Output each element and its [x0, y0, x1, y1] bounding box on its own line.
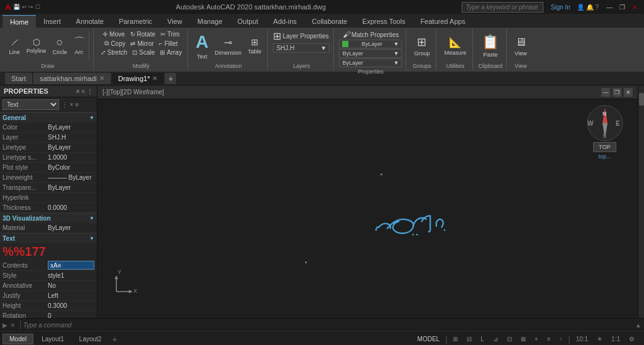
layers-label: Layers: [293, 62, 310, 69]
draw-buttons: ⟋ Line ⬡ Polyline ○ Circle ⌒ Arc: [6, 30, 89, 62]
sign-in-button[interactable]: Sign In: [551, 4, 570, 11]
general-section[interactable]: General ▼: [0, 112, 97, 123]
dimension-button[interactable]: ⊸ Dimension: [212, 35, 244, 57]
tp-btn[interactable]: ↑: [557, 334, 566, 344]
tab-insert[interactable]: Insert: [36, 15, 69, 28]
compass-top-button[interactable]: TOP: [593, 142, 616, 152]
restore-button[interactable]: ❐: [618, 3, 626, 11]
contents-value-box[interactable]: xA≡: [48, 261, 94, 270]
fillet-button[interactable]: ⌐ Fillet: [157, 39, 180, 48]
svg-text:Y: Y: [118, 269, 121, 275]
prop-type-icons[interactable]: ⋮ × ≡: [62, 101, 79, 108]
close-button[interactable]: ✕: [630, 3, 639, 11]
polyline-button[interactable]: ⬡ Polyline: [24, 36, 49, 55]
3d-viz-section[interactable]: 3D Visualization ▼: [0, 213, 97, 223]
close-sattarkhan[interactable]: ✕: [99, 75, 104, 82]
measure-icon: 📐: [449, 36, 462, 48]
tab-addins[interactable]: Add-ins: [266, 15, 304, 28]
ribbon-tabs: Home Insert Annotate Parametric View Man…: [0, 14, 644, 28]
canvas-restore[interactable]: ❐: [613, 88, 621, 97]
text-button[interactable]: A Text: [193, 31, 211, 61]
scrollbar-thumb[interactable]: [639, 93, 644, 106]
isolate-btn[interactable]: ☀: [594, 334, 606, 344]
canvas-close[interactable]: ✕: [624, 88, 633, 97]
svg-marker-8: [129, 290, 132, 293]
doc-tab-drawing1[interactable]: Drawing1* ✕: [112, 73, 164, 84]
array-button[interactable]: ⊞ Array: [158, 48, 184, 57]
layout-tab-layout1[interactable]: Layout1: [35, 334, 71, 344]
model-status[interactable]: MODEL: [414, 334, 443, 344]
doc-tab-start[interactable]: Start: [5, 73, 32, 84]
grid-btn[interactable]: ⊞: [450, 334, 461, 344]
arc-button[interactable]: ⌒ Arc: [71, 35, 87, 57]
rotate-button[interactable]: ↻ Rotate: [128, 30, 157, 38]
measure-button[interactable]: 📐 Measure: [441, 35, 469, 57]
scale-button[interactable]: ⊡ Scale: [130, 48, 157, 57]
text-section[interactable]: Text ▼: [0, 233, 97, 243]
close-drawing1[interactable]: ✕: [152, 75, 157, 82]
itrack-btn[interactable]: ⊠: [518, 334, 529, 344]
group-button[interactable]: ⊞ Group: [411, 34, 432, 58]
tab-output[interactable]: Output: [230, 15, 266, 28]
tab-manage[interactable]: Manage: [190, 15, 230, 28]
groups-label: Groups: [413, 62, 431, 69]
tab-annotate[interactable]: Annotate: [69, 15, 111, 28]
layout-tab-model[interactable]: Model: [3, 334, 33, 344]
clipboard-label: Clipboard: [478, 62, 502, 69]
tab-parametric[interactable]: Parametric: [111, 15, 160, 28]
zoom-level[interactable]: 10:1: [573, 334, 591, 344]
canvas-minimize[interactable]: —: [601, 88, 610, 97]
prop-contents[interactable]: Contents xA≡: [0, 260, 97, 271]
prop-rotation: Rotation 0: [0, 311, 97, 318]
dyn-btn[interactable]: +: [531, 334, 541, 344]
tab-featured-apps[interactable]: Featured Apps: [413, 15, 473, 28]
doc-tab-sattarkhan[interactable]: sattarkhan.mirhadi ✕: [33, 73, 111, 84]
stretch-button[interactable]: ⤢ Stretch: [99, 48, 130, 57]
text-chevron: ▼: [89, 236, 94, 241]
mirror-button[interactable]: ⇌ Mirror: [128, 39, 155, 48]
trim-button[interactable]: ✂ Trim: [158, 30, 182, 38]
doc-tabs: Start sattarkhan.mirhadi ✕ Drawing1* ✕ +: [0, 72, 644, 85]
tab-home[interactable]: Home: [3, 15, 36, 28]
tab-view[interactable]: View: [160, 15, 190, 28]
copy-button[interactable]: ⧉ Copy: [103, 39, 127, 48]
title-right[interactable]: Sign In 👤 🔔 ? — ❐ ✕: [462, 2, 639, 13]
add-layout-button[interactable]: +: [109, 334, 119, 344]
right-scrollbar[interactable]: [638, 85, 644, 318]
polar-btn[interactable]: ⊿: [490, 334, 501, 344]
add-drawing-button[interactable]: +: [165, 73, 176, 84]
isnap-btn[interactable]: ⊡: [504, 334, 515, 344]
line-button[interactable]: ⟋ Line: [6, 35, 23, 57]
lineweight-dropdown[interactable]: ByLayer ▼: [339, 58, 402, 67]
circle-button[interactable]: ○ Circle: [50, 35, 70, 57]
match-props-button[interactable]: Match Properties: [352, 31, 399, 38]
layout-tab-layout2[interactable]: Layout2: [72, 334, 109, 344]
layer-dropdown[interactable]: SHJ.H ▼: [273, 43, 330, 53]
compass-top-link[interactable]: top...: [598, 153, 611, 160]
modify-buttons: ✛ Move ↻ Rotate ✂ Trim ⧉ Copy ⇌ Mirror ⌐…: [99, 30, 184, 62]
annotation-scale[interactable]: 1:1: [608, 334, 623, 344]
workspace[interactable]: ⚙: [626, 334, 638, 344]
table-button[interactable]: ⊞ Table: [245, 36, 264, 56]
color-dropdown[interactable]: ByLayer ▼: [339, 40, 402, 48]
prop-type-select[interactable]: Text: [3, 99, 59, 110]
svg-text:S: S: [602, 133, 606, 139]
ortho-btn[interactable]: L: [477, 334, 487, 344]
tab-express-tools[interactable]: Express Tools: [355, 15, 413, 28]
tab-collaborate[interactable]: Collaborate: [304, 15, 355, 28]
svg-point-1: [412, 234, 414, 236]
minimize-button[interactable]: —: [605, 3, 614, 11]
utilities-group: 📐 Measure Utilities: [438, 29, 473, 70]
linetype-dropdown[interactable]: ByLayer ▼: [339, 49, 402, 58]
view-button[interactable]: 🖥 View: [512, 35, 529, 58]
snap-btn[interactable]: ⊟: [464, 334, 475, 344]
command-input[interactable]: [23, 322, 635, 329]
title-text: Autodesk AutoCAD 2020 sattarkhan.mirhadi…: [40, 3, 462, 11]
paste-button[interactable]: 📋 Paste: [479, 33, 501, 59]
command-expand[interactable]: ▲: [635, 322, 641, 329]
layer-properties-button[interactable]: Layer Properties: [282, 33, 328, 40]
title-search-input[interactable]: [462, 2, 543, 13]
svg-text:E: E: [616, 120, 620, 127]
lw-btn[interactable]: ≡: [544, 334, 554, 344]
move-button[interactable]: ✛ Move: [101, 30, 126, 38]
